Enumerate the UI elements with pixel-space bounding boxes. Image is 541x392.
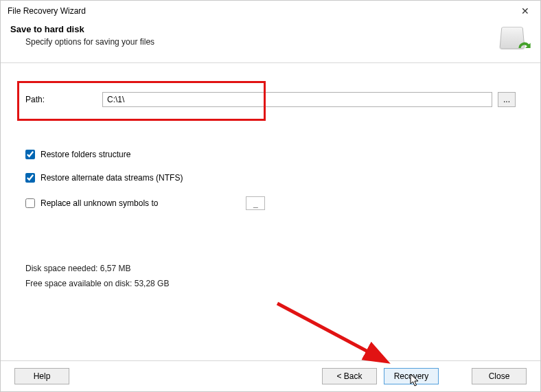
restore-ads-row[interactable]: Restore alternate data streams (NTFS) xyxy=(25,173,516,183)
replace-unknown-row[interactable]: Replace all unknown symbols to xyxy=(25,196,516,210)
disk-space-free: Free space available on disk: 53,28 GB xyxy=(25,279,516,288)
restore-folders-row[interactable]: Restore folders structure xyxy=(25,150,516,159)
back-button[interactable]: < Back xyxy=(322,368,377,384)
restore-folders-label: Restore folders structure xyxy=(41,150,130,159)
restore-folders-checkbox[interactable] xyxy=(25,150,35,159)
browse-button[interactable]: ... xyxy=(498,92,516,107)
window-title: File Recovery Wizard xyxy=(8,6,86,16)
restore-ads-checkbox[interactable] xyxy=(25,173,35,183)
recovery-button[interactable]: Recovery xyxy=(384,368,439,384)
disk-space-needed: Disk space needed: 6,57 MB xyxy=(25,264,516,273)
close-button[interactable]: Close xyxy=(472,368,527,384)
path-input[interactable] xyxy=(102,92,492,107)
help-button[interactable]: Help xyxy=(14,368,69,384)
restore-ads-label: Restore alternate data streams (NTFS) xyxy=(41,173,183,183)
replace-unknown-char-input[interactable] xyxy=(246,196,265,210)
page-title: Save to hard disk xyxy=(10,24,154,34)
window-close-button[interactable]: ✕ xyxy=(510,3,540,19)
replace-unknown-label: Replace all unknown symbols to xyxy=(41,198,158,208)
page-subtitle: Specify options for saving your files xyxy=(10,37,154,47)
path-label: Path: xyxy=(25,95,97,104)
close-icon: ✕ xyxy=(521,5,529,16)
hard-disk-icon xyxy=(498,24,531,54)
replace-unknown-checkbox[interactable] xyxy=(25,198,35,208)
